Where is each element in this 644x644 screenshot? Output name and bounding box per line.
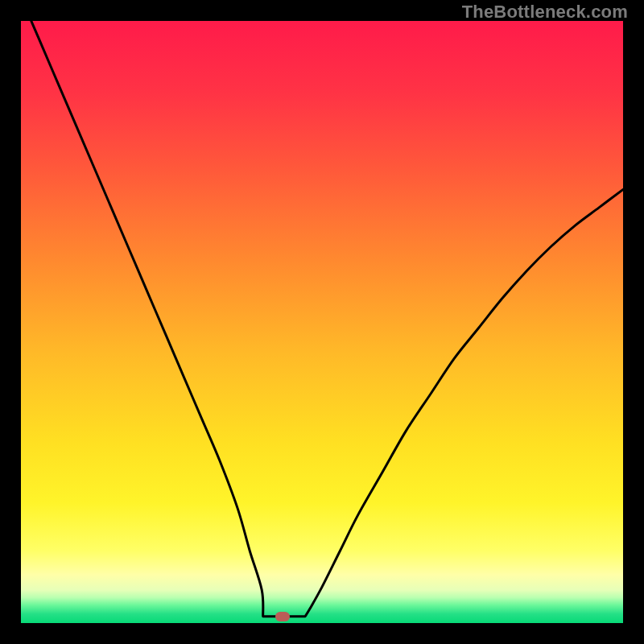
- bottleneck-curve: [21, 21, 623, 623]
- watermark: TheBottleneck.com: [462, 2, 628, 23]
- chart-frame: TheBottleneck.com: [0, 0, 644, 644]
- plot-area: [21, 21, 623, 623]
- optimal-point-marker: [275, 612, 290, 621]
